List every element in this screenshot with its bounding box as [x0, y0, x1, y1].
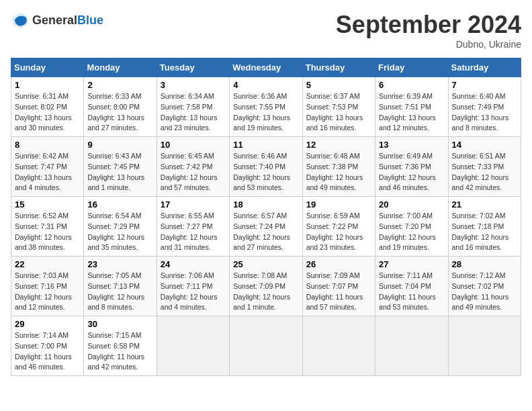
- day-info: Sunrise: 6:51 AM Sunset: 7:33 PM Dayligh…: [452, 151, 517, 193]
- day-info: Sunrise: 7:00 AM Sunset: 7:20 PM Dayligh…: [379, 211, 444, 253]
- day-info: Sunrise: 6:46 AM Sunset: 7:40 PM Dayligh…: [233, 151, 298, 193]
- day-info: Sunrise: 7:12 AM Sunset: 7:02 PM Dayligh…: [452, 271, 517, 313]
- table-cell: 20Sunrise: 7:00 AM Sunset: 7:20 PM Dayli…: [375, 197, 448, 257]
- day-number: 26: [306, 259, 371, 269]
- day-info: Sunrise: 6:54 AM Sunset: 7:29 PM Dayligh…: [87, 211, 152, 253]
- day-info: Sunrise: 6:55 AM Sunset: 7:27 PM Dayligh…: [161, 211, 226, 253]
- table-row: 8Sunrise: 6:42 AM Sunset: 7:47 PM Daylig…: [11, 137, 521, 197]
- location-text: Dubno, Ukraine: [336, 39, 521, 50]
- day-number: 2: [87, 80, 152, 90]
- day-info: Sunrise: 7:02 AM Sunset: 7:18 PM Dayligh…: [452, 211, 517, 253]
- day-number: 29: [15, 319, 80, 329]
- day-number: 12: [306, 140, 371, 150]
- table-row: 29Sunrise: 7:14 AM Sunset: 7:00 PM Dayli…: [11, 316, 521, 376]
- table-cell: 18Sunrise: 6:57 AM Sunset: 7:24 PM Dayli…: [230, 197, 302, 257]
- logo: GeneralBlue: [11, 11, 103, 30]
- day-info: Sunrise: 6:48 AM Sunset: 7:38 PM Dayligh…: [306, 151, 371, 193]
- table-cell: 10Sunrise: 6:45 AM Sunset: 7:42 PM Dayli…: [157, 137, 229, 197]
- calendar-body: 1Sunrise: 6:31 AM Sunset: 8:02 PM Daylig…: [11, 77, 521, 376]
- day-number: 15: [15, 199, 80, 210]
- col-monday: Monday: [84, 58, 157, 77]
- table-cell: 9Sunrise: 6:43 AM Sunset: 7:45 PM Daylig…: [84, 137, 157, 197]
- table-cell: 21Sunrise: 7:02 AM Sunset: 7:18 PM Dayli…: [448, 197, 521, 257]
- day-number: 13: [379, 140, 444, 150]
- table-cell: 29Sunrise: 7:14 AM Sunset: 7:00 PM Dayli…: [11, 316, 84, 376]
- table-cell: 3Sunrise: 6:34 AM Sunset: 7:58 PM Daylig…: [157, 77, 229, 137]
- table-cell: 24Sunrise: 7:06 AM Sunset: 7:11 PM Dayli…: [157, 257, 229, 316]
- day-info: Sunrise: 7:08 AM Sunset: 7:09 PM Dayligh…: [233, 271, 298, 313]
- table-cell: 19Sunrise: 6:59 AM Sunset: 7:22 PM Dayli…: [302, 197, 375, 257]
- day-number: 4: [233, 80, 298, 90]
- table-cell: 4Sunrise: 6:36 AM Sunset: 7:55 PM Daylig…: [230, 77, 302, 137]
- day-number: 25: [233, 259, 298, 269]
- day-info: Sunrise: 6:31 AM Sunset: 8:02 PM Dayligh…: [15, 91, 80, 134]
- table-cell: [157, 316, 229, 376]
- day-number: 5: [306, 80, 371, 90]
- month-title: September 2024: [336, 11, 521, 39]
- day-number: 7: [452, 80, 517, 90]
- day-info: Sunrise: 7:11 AM Sunset: 7:04 PM Dayligh…: [379, 271, 444, 313]
- day-info: Sunrise: 6:36 AM Sunset: 7:55 PM Dayligh…: [233, 91, 298, 134]
- col-thursday: Thursday: [302, 58, 375, 77]
- table-row: 15Sunrise: 6:52 AM Sunset: 7:31 PM Dayli…: [11, 197, 521, 257]
- day-info: Sunrise: 6:39 AM Sunset: 7:51 PM Dayligh…: [379, 91, 444, 134]
- day-info: Sunrise: 6:34 AM Sunset: 7:58 PM Dayligh…: [161, 91, 226, 134]
- day-number: 9: [87, 140, 152, 150]
- table-cell: 1Sunrise: 6:31 AM Sunset: 8:02 PM Daylig…: [11, 77, 84, 137]
- day-number: 6: [379, 80, 444, 90]
- day-number: 14: [452, 140, 517, 150]
- day-number: 10: [161, 140, 226, 150]
- table-cell: 15Sunrise: 6:52 AM Sunset: 7:31 PM Dayli…: [11, 197, 84, 257]
- day-number: 18: [233, 199, 298, 210]
- table-cell: 8Sunrise: 6:42 AM Sunset: 7:47 PM Daylig…: [11, 137, 84, 197]
- day-number: 24: [161, 259, 226, 269]
- table-cell: 14Sunrise: 6:51 AM Sunset: 7:33 PM Dayli…: [448, 137, 521, 197]
- day-number: 30: [87, 319, 152, 329]
- day-info: Sunrise: 7:03 AM Sunset: 7:16 PM Dayligh…: [15, 271, 80, 313]
- day-number: 20: [379, 199, 444, 210]
- table-cell: 26Sunrise: 7:09 AM Sunset: 7:07 PM Dayli…: [302, 257, 375, 316]
- table-cell: 27Sunrise: 7:11 AM Sunset: 7:04 PM Dayli…: [375, 257, 448, 316]
- table-cell: 5Sunrise: 6:37 AM Sunset: 7:53 PM Daylig…: [302, 77, 375, 137]
- title-block: September 2024 Dubno, Ukraine: [336, 11, 521, 50]
- day-number: 28: [452, 259, 517, 269]
- calendar-header: Sunday Monday Tuesday Wednesday Thursday…: [11, 58, 521, 77]
- logo-general-text: GeneralBlue: [32, 13, 103, 28]
- day-number: 8: [15, 140, 80, 150]
- table-cell: 28Sunrise: 7:12 AM Sunset: 7:02 PM Dayli…: [448, 257, 521, 316]
- table-cell: [302, 316, 375, 376]
- table-cell: 30Sunrise: 7:15 AM Sunset: 6:58 PM Dayli…: [84, 316, 157, 376]
- day-info: Sunrise: 7:06 AM Sunset: 7:11 PM Dayligh…: [161, 271, 226, 313]
- logo-icon: [11, 11, 30, 30]
- table-cell: 12Sunrise: 6:48 AM Sunset: 7:38 PM Dayli…: [302, 137, 375, 197]
- table-cell: 22Sunrise: 7:03 AM Sunset: 7:16 PM Dayli…: [11, 257, 84, 316]
- day-info: Sunrise: 6:57 AM Sunset: 7:24 PM Dayligh…: [233, 211, 298, 253]
- col-wednesday: Wednesday: [230, 58, 302, 77]
- day-number: 16: [87, 199, 152, 210]
- day-number: 21: [452, 199, 517, 210]
- day-info: Sunrise: 6:49 AM Sunset: 7:36 PM Dayligh…: [379, 151, 444, 193]
- day-info: Sunrise: 7:09 AM Sunset: 7:07 PM Dayligh…: [306, 271, 371, 313]
- day-number: 17: [161, 199, 226, 210]
- day-info: Sunrise: 6:37 AM Sunset: 7:53 PM Dayligh…: [306, 91, 371, 134]
- table-cell: 6Sunrise: 6:39 AM Sunset: 7:51 PM Daylig…: [375, 77, 448, 137]
- table-cell: 16Sunrise: 6:54 AM Sunset: 7:29 PM Dayli…: [84, 197, 157, 257]
- day-info: Sunrise: 6:40 AM Sunset: 7:49 PM Dayligh…: [452, 91, 517, 134]
- day-number: 3: [161, 80, 226, 90]
- col-friday: Friday: [375, 58, 448, 77]
- day-info: Sunrise: 7:15 AM Sunset: 6:58 PM Dayligh…: [87, 330, 152, 373]
- table-row: 22Sunrise: 7:03 AM Sunset: 7:16 PM Dayli…: [11, 257, 521, 316]
- table-cell: 7Sunrise: 6:40 AM Sunset: 7:49 PM Daylig…: [448, 77, 521, 137]
- day-info: Sunrise: 6:52 AM Sunset: 7:31 PM Dayligh…: [15, 211, 80, 253]
- header-row: Sunday Monday Tuesday Wednesday Thursday…: [11, 58, 521, 77]
- table-cell: 23Sunrise: 7:05 AM Sunset: 7:13 PM Dayli…: [84, 257, 157, 316]
- col-sunday: Sunday: [11, 58, 84, 77]
- day-info: Sunrise: 6:43 AM Sunset: 7:45 PM Dayligh…: [87, 151, 152, 193]
- col-saturday: Saturday: [448, 58, 521, 77]
- table-cell: [230, 316, 302, 376]
- day-info: Sunrise: 6:33 AM Sunset: 8:00 PM Dayligh…: [87, 91, 152, 134]
- day-number: 22: [15, 259, 80, 269]
- calendar-table: Sunday Monday Tuesday Wednesday Thursday…: [11, 58, 521, 376]
- table-cell: 17Sunrise: 6:55 AM Sunset: 7:27 PM Dayli…: [157, 197, 229, 257]
- table-cell: [448, 316, 521, 376]
